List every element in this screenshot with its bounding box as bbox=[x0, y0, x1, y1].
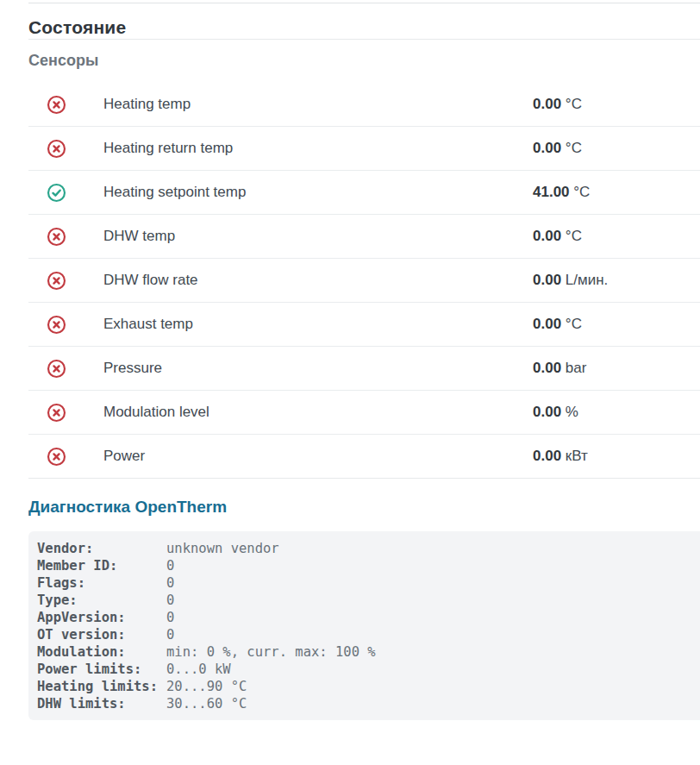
sensor-value: 0.00 °C bbox=[533, 140, 582, 157]
diagnostics-block: Vendor:unknown vendor Member ID:0 Flags:… bbox=[28, 531, 700, 720]
sensor-row: Heating return temp 0.00 °C bbox=[28, 127, 700, 171]
sensor-label: Heating return temp bbox=[103, 140, 533, 157]
diag-line: Power limits:0...0 kW bbox=[37, 661, 700, 678]
x-circle-icon bbox=[47, 227, 66, 247]
diag-label: Flags: bbox=[37, 574, 166, 592]
sensor-value: 0.00 кВт bbox=[533, 448, 588, 465]
sensor-label: Pressure bbox=[103, 360, 533, 377]
sensor-value-number: 0.00 bbox=[533, 96, 561, 112]
sensor-value-number: 0.00 bbox=[533, 360, 561, 376]
diag-line: Vendor:unknown vendor bbox=[37, 540, 700, 557]
diag-line: OT version:0 bbox=[37, 626, 700, 643]
x-circle-icon bbox=[47, 139, 66, 159]
sensor-unit: % bbox=[566, 404, 578, 420]
x-circle-icon bbox=[47, 447, 66, 467]
diag-label: Type: bbox=[37, 592, 166, 609]
divider bbox=[28, 39, 700, 40]
sensor-label: Heating setpoint temp bbox=[103, 184, 533, 201]
diag-label: OT version: bbox=[37, 626, 166, 643]
status-cell bbox=[28, 139, 103, 159]
diag-line: Type:0 bbox=[37, 592, 700, 609]
diag-value: min: 0 %, curr. max: 100 % bbox=[166, 644, 376, 660]
diag-value: unknown vendor bbox=[166, 541, 279, 556]
diag-value: 0 bbox=[166, 593, 174, 608]
status-cell bbox=[28, 359, 103, 379]
diag-label: AppVersion: bbox=[37, 609, 166, 626]
x-circle-icon bbox=[47, 403, 66, 423]
status-cell bbox=[28, 403, 103, 423]
sensor-row: Heating temp 0.00 °C bbox=[28, 83, 700, 127]
divider bbox=[28, 478, 700, 479]
sensor-value: 0.00 °C bbox=[533, 316, 582, 333]
sensor-row: DHW flow rate 0.00 L/мин. bbox=[28, 259, 700, 303]
diag-line: AppVersion:0 bbox=[37, 609, 700, 626]
diag-line: Modulation:min: 0 %, curr. max: 100 % bbox=[37, 643, 700, 661]
diag-value: 0 bbox=[166, 575, 174, 591]
diag-value: 0 bbox=[166, 627, 174, 643]
status-cell bbox=[28, 315, 103, 335]
diag-label: Power limits: bbox=[37, 661, 166, 678]
diag-line: Heating limits:20...90 °C bbox=[37, 678, 700, 695]
sensor-value: 0.00 °C bbox=[533, 228, 582, 245]
sensor-unit: °C bbox=[566, 316, 582, 332]
sensor-value-number: 0.00 bbox=[533, 404, 561, 420]
sensor-unit: °C bbox=[566, 228, 582, 244]
sensor-value-number: 0.00 bbox=[533, 272, 561, 288]
x-circle-icon bbox=[47, 95, 66, 115]
sensor-label: Heating temp bbox=[103, 96, 533, 113]
sensor-unit: °C bbox=[566, 140, 582, 156]
sensor-label: Power bbox=[103, 448, 533, 465]
sensor-value: 0.00 % bbox=[533, 404, 578, 421]
diag-value: 0 bbox=[166, 558, 174, 574]
section-title-sensors: Сенсоры bbox=[28, 51, 700, 70]
diag-line: Flags:0 bbox=[37, 574, 700, 592]
status-cell bbox=[28, 271, 103, 291]
sensor-row: Exhaust temp 0.00 °C bbox=[28, 303, 700, 347]
sensor-label: Exhaust temp bbox=[103, 316, 533, 333]
status-cell bbox=[28, 447, 103, 467]
sensor-unit: °C bbox=[573, 184, 590, 200]
status-cell bbox=[28, 183, 103, 203]
x-circle-icon bbox=[47, 359, 66, 379]
diag-label: Member ID: bbox=[37, 557, 166, 574]
diag-label: Heating limits: bbox=[37, 678, 166, 695]
sensor-value: 0.00 bar bbox=[533, 360, 586, 377]
sensor-row: Modulation level 0.00 % bbox=[28, 391, 700, 435]
sensor-row: Heating setpoint temp 41.00 °C bbox=[28, 171, 700, 215]
status-cell bbox=[28, 227, 103, 247]
sensor-value-number: 41.00 bbox=[533, 184, 570, 200]
sensor-unit: L/мин. bbox=[566, 272, 608, 288]
diag-value: 30...60 °C bbox=[166, 696, 247, 712]
sensor-table: Heating temp 0.00 °C Heating return temp… bbox=[28, 83, 700, 478]
sensor-unit: кВт bbox=[566, 448, 588, 464]
section-title-diagnostics: Диагностика OpenTherm bbox=[28, 497, 700, 517]
top-divider bbox=[28, 3, 700, 3]
sensor-value: 0.00 °C bbox=[533, 96, 582, 113]
sensor-value-number: 0.00 bbox=[533, 316, 561, 332]
diag-value: 0...0 kW bbox=[166, 662, 231, 677]
sensor-value-number: 0.00 bbox=[533, 140, 561, 156]
sensor-unit: °C bbox=[566, 96, 582, 112]
page-title: Состояние bbox=[28, 16, 700, 39]
sensor-unit: bar bbox=[566, 360, 587, 376]
sensor-label: DHW flow rate bbox=[103, 272, 533, 289]
diag-label: Modulation: bbox=[37, 643, 166, 661]
diag-label: Vendor: bbox=[37, 540, 166, 557]
sensor-value-number: 0.00 bbox=[533, 228, 561, 244]
sensor-row: Pressure 0.00 bar bbox=[28, 347, 700, 391]
sensor-row: DHW temp 0.00 °C bbox=[28, 215, 700, 259]
sensor-value: 0.00 L/мин. bbox=[533, 272, 608, 289]
diag-line: DHW limits:30...60 °C bbox=[37, 695, 700, 712]
diag-label: DHW limits: bbox=[37, 695, 166, 712]
sensor-value: 41.00 °C bbox=[533, 184, 590, 201]
diag-value: 0 bbox=[166, 610, 174, 625]
check-circle-icon bbox=[47, 183, 66, 203]
sensor-value-number: 0.00 bbox=[533, 448, 561, 464]
x-circle-icon bbox=[47, 315, 66, 335]
sensor-label: DHW temp bbox=[103, 228, 533, 245]
status-page: Состояние Сенсоры Heating temp 0.00 °C H… bbox=[0, 3, 700, 720]
status-cell bbox=[28, 95, 103, 115]
x-circle-icon bbox=[47, 271, 66, 291]
sensor-row: Power 0.00 кВт bbox=[28, 435, 700, 478]
diag-line: Member ID:0 bbox=[37, 557, 700, 574]
